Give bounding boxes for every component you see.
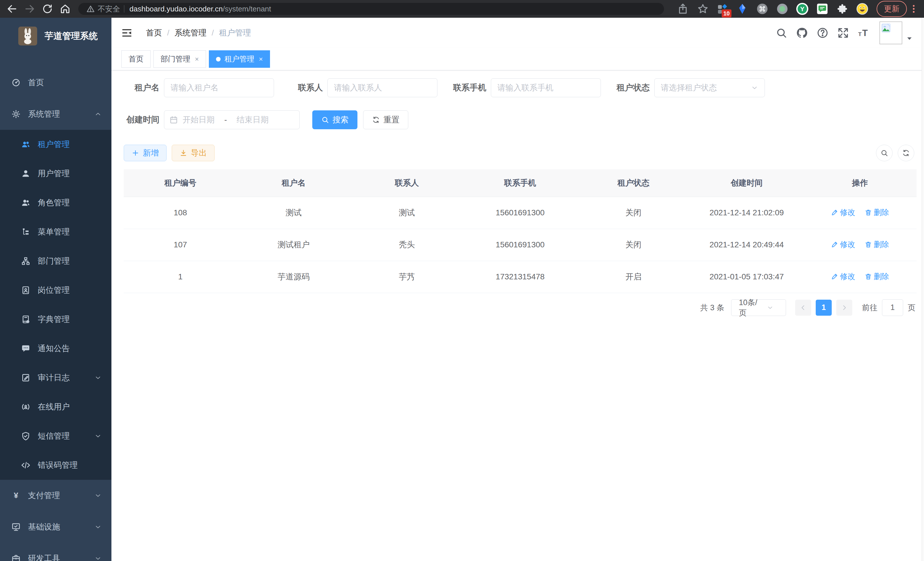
breadcrumb-system[interactable]: 系统管理 bbox=[175, 27, 207, 38]
extension-chat[interactable] bbox=[816, 3, 829, 15]
search-button[interactable]: 搜索 bbox=[312, 110, 357, 129]
sidebar-item-sms-management[interactable]: 短信管理 bbox=[0, 421, 111, 451]
tenant-name-input[interactable] bbox=[164, 78, 274, 97]
bookmark-star-icon[interactable] bbox=[697, 3, 709, 15]
app-logo bbox=[18, 27, 37, 45]
prev-page-button[interactable] bbox=[795, 300, 811, 316]
user-menu-caret-icon[interactable] bbox=[906, 35, 913, 42]
mobile-input[interactable] bbox=[491, 78, 601, 97]
help-icon[interactable] bbox=[817, 27, 829, 39]
sidebar-item-dept-management[interactable]: 部门管理 bbox=[0, 247, 111, 276]
export-button[interactable]: 导出 bbox=[172, 145, 214, 161]
sidebar-item-home[interactable]: 首页 bbox=[0, 67, 111, 98]
tab-home[interactable]: 首页 bbox=[122, 50, 151, 68]
chevron-left-icon bbox=[800, 304, 807, 311]
edit-link[interactable]: 修改 bbox=[831, 271, 855, 282]
sms-shield-icon bbox=[21, 432, 30, 441]
sidebar-item-label: 部门管理 bbox=[38, 256, 70, 266]
sidebar-item-post-management[interactable]: 岗位管理 bbox=[0, 276, 111, 305]
error-code-icon bbox=[21, 461, 30, 470]
filter-contact: 联系人 bbox=[287, 78, 437, 97]
refresh-icon bbox=[372, 116, 380, 124]
extensions-puzzle[interactable] bbox=[836, 3, 849, 15]
badge-icon bbox=[21, 286, 30, 295]
extension-green-dot[interactable] bbox=[776, 3, 789, 15]
extension-kite[interactable] bbox=[736, 3, 748, 15]
refresh-table-button[interactable] bbox=[898, 145, 914, 161]
sidebar-item-infrastructure[interactable]: 基础设施 bbox=[0, 511, 111, 543]
sidebar-item-tenant-management[interactable]: 租户管理 bbox=[0, 130, 111, 159]
sidebar-item-dict-management[interactable]: 字典管理 bbox=[0, 305, 111, 334]
browser-home-icon[interactable] bbox=[59, 3, 71, 15]
edit-link[interactable]: 修改 bbox=[831, 239, 855, 250]
goto-suffix: 页 bbox=[908, 302, 915, 313]
user-avatar[interactable] bbox=[879, 21, 902, 44]
filter-row-2: 创建时间 开始日期 - 结束日期 搜索 重置 bbox=[124, 110, 916, 129]
sidebar-item-label: 错误码管理 bbox=[38, 460, 78, 471]
green-dot-icon bbox=[777, 3, 788, 15]
github-icon[interactable] bbox=[796, 27, 808, 39]
tab-tenant-management[interactable]: 租户管理× bbox=[209, 50, 270, 68]
sidebar-item-online-users[interactable]: 在线用户 bbox=[0, 392, 111, 421]
next-page-button[interactable] bbox=[836, 300, 852, 316]
sidebar-item-label: 通知公告 bbox=[38, 343, 70, 354]
cell-contact: 秃头 bbox=[350, 229, 464, 261]
breadcrumb-home[interactable]: 首页 bbox=[146, 27, 162, 38]
sidebar-item-audit-log[interactable]: 审计日志 bbox=[0, 363, 111, 392]
cell-id: 1 bbox=[124, 261, 237, 293]
delete-link[interactable]: 删除 bbox=[865, 239, 889, 250]
reset-button[interactable]: 重置 bbox=[363, 110, 408, 129]
not-secure-label: 不安全 bbox=[98, 4, 120, 14]
share-icon[interactable] bbox=[677, 3, 688, 15]
sidebar-item-payment-management[interactable]: ¥支付管理 bbox=[0, 480, 111, 511]
toggle-search-button[interactable] bbox=[876, 145, 892, 161]
delete-link[interactable]: 删除 bbox=[865, 271, 889, 282]
sidebar-item-menu-management[interactable]: 菜单管理 bbox=[0, 217, 111, 247]
mobile-label: 联系手机 bbox=[451, 82, 486, 93]
browser-back-icon[interactable] bbox=[6, 3, 18, 15]
filter-row-1: 租户名 联系人 联系手机 租户状态 请选择租户状态 bbox=[124, 78, 916, 97]
browser-update-button[interactable]: 更新 bbox=[877, 1, 907, 17]
app-title: 芋道管理系统 bbox=[45, 30, 98, 42]
column-header: 操作 bbox=[803, 169, 916, 197]
sidebar-item-label: 首页 bbox=[28, 77, 44, 88]
extension-y[interactable]: Y bbox=[796, 3, 808, 15]
cell-id: 108 bbox=[124, 197, 237, 229]
edit-link[interactable]: 修改 bbox=[831, 207, 855, 218]
browser-forward-icon[interactable] bbox=[24, 3, 35, 15]
trash-icon bbox=[865, 241, 872, 248]
create-time-range-picker[interactable]: 开始日期 - 结束日期 bbox=[164, 110, 300, 129]
download-icon bbox=[179, 149, 188, 157]
contact-input[interactable] bbox=[327, 78, 437, 97]
header-search-icon[interactable] bbox=[776, 27, 788, 39]
browser-scrollbar[interactable] bbox=[922, 18, 924, 561]
delete-link[interactable]: 删除 bbox=[865, 207, 889, 218]
font-size-icon[interactable]: TT bbox=[858, 27, 870, 39]
sidebar-item-system-management[interactable]: 系统管理 bbox=[0, 98, 111, 130]
sidebar-item-notice-announcement[interactable]: 通知公告 bbox=[0, 334, 111, 363]
sidebar-item-error-code-management[interactable]: 错误码管理 bbox=[0, 451, 111, 480]
page-number-1[interactable]: 1 bbox=[816, 300, 832, 316]
goto-page-input[interactable] bbox=[882, 299, 903, 316]
tab-close-icon[interactable]: × bbox=[195, 55, 199, 63]
status-select[interactable]: 请选择租户状态 bbox=[654, 78, 765, 97]
not-secure-icon[interactable] bbox=[86, 5, 95, 13]
extension-grid-diamond[interactable]: 10 bbox=[716, 3, 729, 15]
add-button[interactable]: 新增 bbox=[124, 145, 166, 161]
browser-menu-icon[interactable] bbox=[909, 4, 919, 14]
profile-avatar[interactable] bbox=[856, 3, 868, 15]
sidebar-item-user-management[interactable]: 用户管理 bbox=[0, 159, 111, 188]
fullscreen-icon[interactable] bbox=[837, 27, 849, 39]
tab-close-icon[interactable]: × bbox=[259, 55, 263, 63]
sidebar-item-role-management[interactable]: 角色管理 bbox=[0, 188, 111, 217]
page-size-select[interactable]: 10条/页 bbox=[731, 299, 786, 316]
start-date-placeholder: 开始日期 bbox=[183, 114, 214, 125]
app-logo-row[interactable]: 芋道管理系统 bbox=[0, 18, 111, 54]
tab-dept-management[interactable]: 部门管理× bbox=[153, 50, 206, 68]
sidebar-item-dev-tools[interactable]: 研发工具 bbox=[0, 543, 111, 561]
address-bar[interactable]: 不安全 dashboard.yudao.iocoder.cn /system/t… bbox=[78, 3, 664, 15]
extension-command[interactable] bbox=[756, 3, 769, 15]
sidebar-collapse-icon[interactable] bbox=[122, 27, 132, 38]
sidebar-item-label: 在线用户 bbox=[38, 402, 70, 412]
browser-reload-icon[interactable] bbox=[42, 3, 53, 15]
